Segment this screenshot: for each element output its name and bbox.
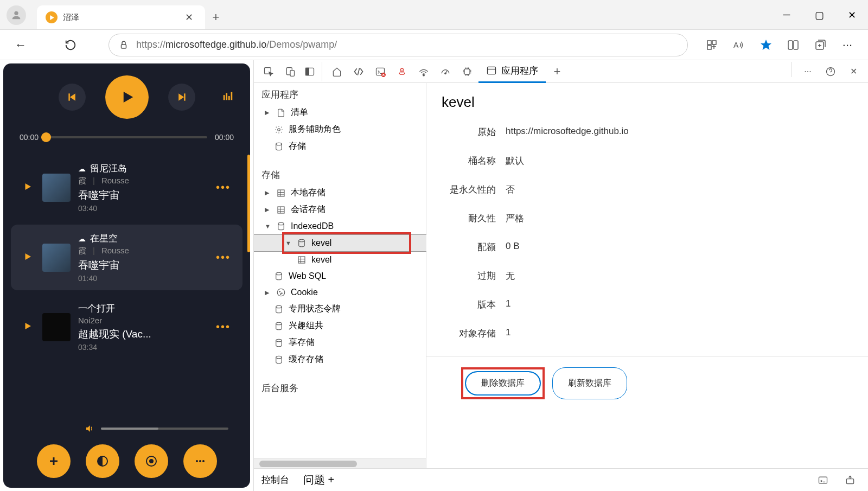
drawer-command-icon[interactable] <box>813 470 833 490</box>
favorites-icon[interactable] <box>754 33 778 57</box>
tree-item-interest-groups[interactable]: 兴趣组共 <box>254 317 426 334</box>
tree-item-indexeddb-db[interactable]: ▼kevel <box>254 234 426 252</box>
devtools-help-icon[interactable] <box>820 62 841 81</box>
window-minimize-button[interactable]: ─ <box>770 0 803 30</box>
svg-rect-88 <box>819 477 827 483</box>
track-album: 吞噬宇宙 <box>78 188 208 202</box>
refresh-database-button[interactable]: 刷新数据库 <box>552 367 627 399</box>
time-current: 00:00 <box>20 133 39 142</box>
svg-rect-22 <box>228 96 230 100</box>
svg-point-44 <box>423 74 425 76</box>
record-button[interactable] <box>135 444 168 478</box>
prev-track-button[interactable] <box>59 84 86 111</box>
read-aloud-icon[interactable]: A <box>727 33 751 57</box>
address-bar[interactable]: https://microsoftedge.github.io/Demos/pw… <box>108 34 688 56</box>
track-item[interactable]: ☁在星空 霞|Rousse 吞噬宇宙 01:40 ••• <box>11 225 242 290</box>
svg-rect-75 <box>298 257 305 263</box>
tree-item-cookies[interactable]: ▶Cookie <box>254 284 426 301</box>
devtools-more-icon[interactable]: ··· <box>797 62 818 81</box>
lock-icon <box>119 40 129 50</box>
drawer-expand-icon[interactable] <box>840 470 860 490</box>
tree-item-service-workers[interactable]: 服务辅助角色 <box>254 121 426 138</box>
new-tab-button[interactable]: + <box>205 7 227 28</box>
network-tab-icon[interactable] <box>413 62 434 81</box>
svg-point-33 <box>199 460 201 462</box>
application-tab[interactable]: 应用程序 <box>478 60 546 83</box>
track-item[interactable]: ☁留尼汪岛 霞|Rousse 吞噬宇宙 03:40 ••• <box>11 155 242 220</box>
track-artist: 霞 <box>78 246 86 256</box>
next-track-button[interactable] <box>168 84 195 111</box>
track-more-button[interactable]: ••• <box>216 181 231 194</box>
theme-button[interactable] <box>86 444 119 478</box>
seek-slider[interactable] <box>46 136 207 138</box>
devtools-drawer: 控制台 问题 + <box>254 468 868 491</box>
add-tab-button[interactable]: + <box>547 62 567 81</box>
collections-icon[interactable] <box>808 33 832 57</box>
time-total: 00:00 <box>215 133 234 142</box>
elements-tab-icon[interactable] <box>348 62 369 81</box>
devtools-close-icon[interactable]: ✕ <box>843 62 864 81</box>
track-play-icon[interactable] <box>23 252 35 264</box>
svg-point-85 <box>276 322 282 325</box>
track-item[interactable]: 一个打开 Noi2er 超越现实 (Vac... 03:34 ••• <box>11 295 242 359</box>
tree-item-indexeddb-store[interactable]: kevel <box>254 252 426 268</box>
more-button[interactable] <box>183 444 217 478</box>
tree-item-session-storage[interactable]: ▶会话存储 <box>254 201 426 218</box>
section-title: 存储 <box>254 163 426 184</box>
section-title: 应用程序 <box>254 83 426 104</box>
tab-close-button[interactable]: ✕ <box>182 10 196 24</box>
performance-tab-icon[interactable] <box>435 62 456 81</box>
window-maximize-button[interactable]: ▢ <box>803 0 835 30</box>
reload-button[interactable] <box>59 33 82 57</box>
track-title: 留尼汪岛 <box>90 162 127 175</box>
tree-item-local-storage[interactable]: ▶本地存储 <box>254 184 426 201</box>
devtools-sidebar[interactable]: 应用程序 ▶清单 服务辅助角色 存储 存储 ▶本地存储 ▶会话存储 ▼Index… <box>254 83 426 458</box>
devtools: 应用程序 + ··· ✕ 应用程序 ▶清单 服务辅助角色 存储 存储 ▶本地存储… <box>253 60 868 491</box>
extensions-icon[interactable] <box>700 33 724 57</box>
sidebar-hscrollbar[interactable] <box>254 458 426 468</box>
tree-item-indexeddb[interactable]: ▼IndexedDB <box>254 218 426 234</box>
device-toggle-icon[interactable] <box>280 62 301 81</box>
equalizer-icon[interactable] <box>222 90 234 104</box>
split-screen-icon[interactable] <box>781 33 805 57</box>
track-more-button[interactable]: ••• <box>216 321 231 333</box>
volume-slider[interactable] <box>101 428 228 430</box>
tree-item-storage[interactable]: 存储 <box>254 138 426 155</box>
svg-text:A: A <box>733 41 739 49</box>
devtools-detail: kevel 原始https://microsoftedge.github.io … <box>426 83 868 468</box>
track-title: 一个打开 <box>78 302 115 315</box>
track-artist: Noi2er <box>78 316 102 325</box>
add-button[interactable] <box>37 444 71 478</box>
track-art <box>42 244 71 272</box>
track-duration: 03:40 <box>78 204 208 213</box>
inspect-icon[interactable] <box>258 62 279 81</box>
dock-icon[interactable] <box>302 62 322 81</box>
svg-point-63 <box>278 128 280 131</box>
svg-point-73 <box>278 222 284 225</box>
play-button[interactable] <box>105 75 149 119</box>
settings-more-icon[interactable]: ··· <box>835 33 859 57</box>
track-play-icon[interactable] <box>23 321 35 333</box>
window-close-button[interactable]: ✕ <box>835 0 868 30</box>
profile-avatar[interactable] <box>7 5 26 25</box>
tree-item-shared-storage[interactable]: 享存储 <box>254 334 426 351</box>
sources-tab-icon[interactable] <box>392 62 412 81</box>
console-tab-icon[interactable] <box>370 62 391 81</box>
browser-tab[interactable]: 沼泽 ✕ <box>37 5 205 29</box>
drawer-console-tab[interactable]: 控制台 <box>261 474 289 486</box>
delete-database-button[interactable]: 删除数据库 <box>465 372 540 395</box>
tree-item-private-state[interactable]: 专用状态令牌 <box>254 301 426 317</box>
back-button[interactable]: ← <box>9 33 33 57</box>
tree-item-manifest[interactable]: ▶清单 <box>254 104 426 121</box>
svg-rect-89 <box>846 479 853 483</box>
welcome-tab-icon[interactable] <box>327 62 347 81</box>
track-play-icon[interactable] <box>23 182 35 194</box>
drawer-issues-tab[interactable]: 问题 + <box>303 473 334 487</box>
memory-tab-icon[interactable] <box>457 62 477 81</box>
volume-icon[interactable] <box>85 424 94 433</box>
svg-point-82 <box>282 293 283 294</box>
track-more-button[interactable]: ••• <box>216 251 231 264</box>
tree-item-cache-storage[interactable]: 缓存存储 <box>254 351 426 368</box>
svg-rect-40 <box>305 68 309 75</box>
tree-item-websql[interactable]: Web SQL <box>254 268 426 284</box>
